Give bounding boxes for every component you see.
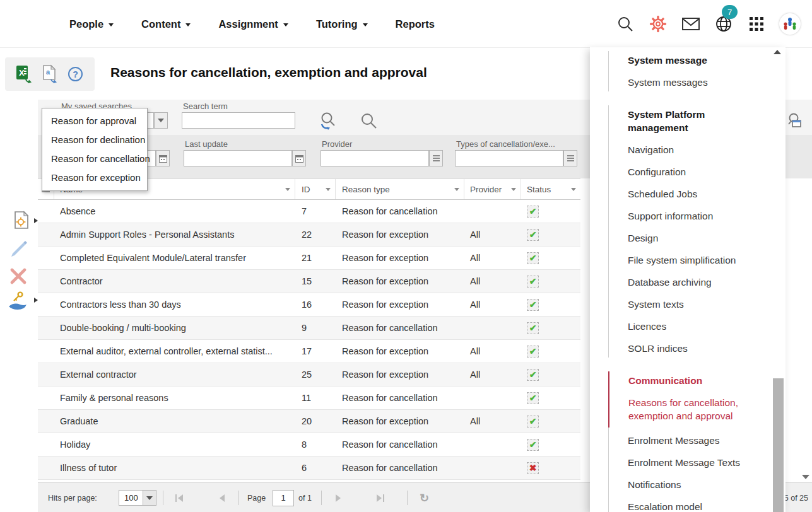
calendar-icon (159, 154, 167, 163)
help-icon[interactable]: ? (66, 64, 85, 84)
nav-tutoring[interactable]: Tutoring (316, 18, 368, 30)
menu-item-design[interactable]: Design (628, 231, 749, 245)
cell-id: 21 (295, 247, 336, 269)
table-row[interactable]: External contractor25Reason for exceptio… (38, 363, 580, 387)
last-update-calendar-button[interactable] (292, 150, 306, 166)
cell-name: External contractor (54, 363, 295, 386)
provider-picker-button[interactable] (429, 150, 443, 166)
table-row[interactable]: Double-booking / multi-booking9Reason fo… (38, 317, 580, 340)
types-picker-button[interactable] (563, 150, 577, 166)
menu-item-configuration[interactable]: Configuration (628, 165, 749, 178)
excel-export-icon[interactable]: X (15, 64, 33, 84)
search-term-input[interactable] (182, 112, 295, 129)
status-icon (527, 229, 539, 241)
cell-id: 15 (295, 270, 336, 293)
menu-item-navigation[interactable]: Navigation (628, 143, 749, 156)
apps-grid-icon[interactable] (746, 14, 767, 34)
menu-item-licences[interactable]: Licences (628, 320, 749, 333)
nav-people[interactable]: People (69, 18, 114, 30)
menu-item-reasons-for-cancellation-active[interactable]: Reasons for cancellation, exemption and … (628, 396, 750, 422)
status-icon (527, 439, 539, 451)
delete-icon[interactable] (8, 266, 28, 286)
next-page-button[interactable] (336, 483, 341, 512)
flyout-arrow-icon[interactable] (34, 298, 38, 303)
table-row[interactable]: Contractor15Reason for exceptionAll (38, 270, 580, 293)
dropdown-option[interactable]: Reason for approval (42, 112, 147, 131)
menu-item-support-information[interactable]: Support information (628, 209, 749, 223)
menu-item-notifications[interactable]: Notifications (628, 478, 749, 491)
divider (163, 491, 163, 505)
text-export-icon[interactable]: a (40, 64, 59, 84)
nav-reports[interactable]: Reports (396, 18, 435, 30)
saved-searches-dropdown: Reason for approval Reason for declinati… (42, 108, 148, 191)
page-number-input[interactable]: 1 (273, 490, 294, 506)
saved-searches-dropdown-button[interactable] (154, 112, 168, 129)
menu-item-file-system-simplification[interactable]: File system simplification (628, 253, 749, 267)
chevron-down-icon (185, 23, 191, 26)
notification-badge[interactable]: 7 (722, 5, 738, 19)
column-header-reason-type[interactable]: Reason type (336, 179, 464, 199)
column-header-status[interactable]: Status (521, 179, 580, 199)
panel-scrollbar-thumb[interactable] (773, 378, 784, 512)
last-page-button[interactable] (377, 483, 384, 512)
first-page-button[interactable] (175, 483, 183, 512)
menu-item-escalation-model[interactable]: Escalation model (628, 500, 749, 512)
nav-assignment[interactable]: Assignment (218, 18, 288, 30)
search-icon[interactable] (615, 14, 635, 34)
filter-arrow-icon[interactable] (326, 188, 331, 191)
menu-item-system-messages[interactable]: System messages (628, 76, 749, 89)
cell-provider (464, 387, 521, 409)
table-row[interactable]: Admin Support Roles - Personal Assistant… (38, 223, 580, 247)
dropdown-option[interactable]: Reason for cancellation (42, 149, 147, 168)
menu-item-enrolment-messages[interactable]: Enrolment Messages (628, 434, 749, 447)
table-row[interactable]: Holiday8Reason for cancellation (38, 433, 580, 457)
hits-per-page-select[interactable]: 100 (119, 490, 156, 506)
flyout-arrow-icon[interactable] (34, 218, 38, 223)
menu-item-database-archiving[interactable]: Database archiving (628, 276, 749, 289)
menu-item-system-texts[interactable]: System texts (628, 298, 749, 311)
menu-item-enrolment-message-texts[interactable]: Enrolment Message Texts (628, 456, 749, 469)
column-header-provider[interactable]: Provider (464, 179, 521, 199)
mail-icon[interactable] (681, 14, 701, 34)
brand-icon[interactable] (779, 13, 801, 35)
search-icon-filter[interactable] (360, 112, 379, 131)
table-row[interactable]: Contractors less than 30 days16Reason fo… (38, 293, 580, 317)
refresh-button[interactable]: ↻ (420, 483, 429, 512)
title-toolbar: X a ? (5, 57, 95, 91)
cell-provider: All (464, 410, 521, 433)
table-row[interactable]: Completed Equivalent Module/Lateral tran… (38, 247, 580, 270)
dropdown-option[interactable]: Reason for declination (42, 131, 147, 149)
cell-reason-type: Reason for cancellation (336, 387, 464, 409)
table-row[interactable]: Absence7Reason for cancellation (38, 200, 580, 223)
search-saved-icon[interactable] (319, 111, 340, 132)
new-item-icon[interactable] (13, 211, 30, 231)
table-row[interactable]: External auditor, external controller, e… (38, 340, 580, 363)
filter-arrow-icon[interactable] (454, 188, 459, 191)
menu-item-solr-indices[interactable]: SOLR indices (628, 342, 749, 355)
filter-arrow-icon[interactable] (285, 188, 290, 191)
search-popup-icon[interactable] (787, 112, 804, 130)
menu-section-heading: System message (628, 54, 749, 67)
types-input[interactable] (455, 150, 563, 166)
settings-gear-icon[interactable] (648, 14, 668, 34)
prev-page-button[interactable] (220, 483, 225, 512)
scroll-up-icon[interactable] (774, 50, 781, 54)
nav-content[interactable]: Content (141, 18, 191, 30)
cell-name: Contractor (54, 270, 295, 293)
last-update-input[interactable] (184, 150, 292, 166)
edit-icon[interactable] (9, 238, 29, 259)
filter-arrow-icon[interactable] (511, 188, 516, 191)
dropdown-option[interactable]: Reason for exception (42, 168, 147, 187)
column-header-id[interactable]: ID (295, 179, 336, 199)
scroll-down-icon[interactable] (802, 475, 809, 479)
table-row[interactable]: Family & personal reasons11Reason for ca… (38, 387, 580, 410)
cell-reason-type: Reason for cancellation (336, 433, 464, 456)
menu-item-scheduled-jobs[interactable]: Scheduled Jobs (628, 187, 749, 201)
created-on-calendar-button[interactable] (156, 150, 170, 166)
table-row[interactable]: Illness of tutor6Reason for cancellation (38, 457, 580, 480)
filter-arrow-icon[interactable] (571, 188, 576, 191)
permissions-icon[interactable] (6, 290, 30, 311)
page-of-label: of 1 (298, 483, 312, 512)
table-row[interactable]: Graduate20Reason for exceptionAll (38, 410, 580, 433)
provider-input[interactable] (321, 150, 429, 166)
